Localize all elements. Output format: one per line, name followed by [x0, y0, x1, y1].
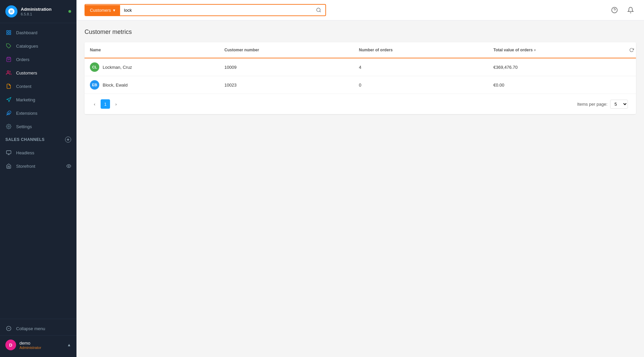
grid-icon: [5, 29, 12, 36]
collapse-menu-button[interactable]: Collapse menu: [0, 322, 76, 335]
topbar-right: [609, 5, 636, 15]
search-submit-button[interactable]: [312, 5, 325, 15]
sidebar-item-label: Extensions: [16, 111, 38, 116]
search-input[interactable]: [120, 5, 312, 15]
sales-channels-label: Sales Channels: [5, 137, 45, 142]
sidebar-item-label: Catalogues: [16, 44, 38, 49]
table-body: CL Lockman, Cruz 10009 4 €369,476.70 EB …: [85, 58, 636, 94]
svg-line-17: [320, 11, 321, 12]
sidebar-item-label: Customers: [16, 70, 37, 75]
sidebar-item-headless[interactable]: Headless: [0, 146, 76, 159]
items-per-page: Items per page: 5 10 25 50: [577, 100, 628, 109]
storefront-visibility-icon: [66, 164, 71, 168]
sidebar-item-catalogues[interactable]: Catalogues: [0, 39, 76, 53]
customer-avatar: CL: [90, 62, 99, 72]
page-content: Customer metrics Name Customer number Nu…: [76, 20, 644, 357]
online-indicator: [68, 10, 71, 13]
app-version: 6.5.8.1: [21, 12, 52, 16]
help-button[interactable]: [609, 5, 620, 15]
sidebar-header: Administration 6.5.8.1: [0, 0, 76, 23]
td-number-of-orders: 4: [354, 58, 488, 76]
user-avatar: D: [5, 340, 16, 350]
td-customer-number: 10009: [219, 58, 354, 76]
sidebar-item-label: Headless: [16, 150, 34, 155]
search-category-label: Customers: [90, 8, 111, 13]
file-icon: [5, 83, 12, 90]
search-category-button[interactable]: Customers ▾: [85, 5, 120, 15]
svg-rect-0: [7, 31, 8, 32]
sidebar-item-orders[interactable]: Orders: [0, 53, 76, 66]
sidebar-bottom: Collapse menu D demo Administrator ▲: [0, 319, 76, 357]
sidebar-item-dashboard[interactable]: Dashboard: [0, 26, 76, 39]
sales-channels-section: Sales Channels +: [0, 133, 76, 146]
sidebar-item-label: Storefront: [16, 164, 35, 169]
page-title: Customer metrics: [85, 29, 636, 36]
customers-table: Name Customer number Number of orders To…: [85, 42, 636, 114]
table-row[interactable]: CL Lockman, Cruz 10009 4 €369,476.70: [85, 58, 636, 76]
td-row-action: [623, 76, 636, 94]
sidebar-nav: Dashboard Catalogues Orders Customers Co…: [0, 23, 76, 319]
headless-icon: [5, 149, 12, 156]
search-container: Customers ▾: [85, 4, 326, 16]
sidebar-item-label: Settings: [16, 124, 32, 129]
sidebar-item-label: Content: [16, 84, 32, 89]
refresh-button[interactable]: [628, 46, 635, 54]
app-logo: [5, 5, 17, 17]
collapse-icon: [5, 325, 12, 332]
shopping-bag-icon: [5, 56, 12, 63]
svg-point-13: [68, 165, 69, 167]
sidebar-item-settings[interactable]: Settings: [0, 120, 76, 133]
page-1-button[interactable]: 1: [101, 99, 110, 109]
user-section[interactable]: D demo Administrator ▲: [0, 335, 76, 354]
td-total-value: €369,476.70: [488, 58, 623, 76]
svg-point-6: [7, 71, 9, 72]
collapse-label: Collapse menu: [16, 326, 45, 331]
svg-point-9: [8, 126, 9, 127]
table-header: Name Customer number Number of orders To…: [85, 42, 636, 58]
prev-page-button[interactable]: ‹: [90, 99, 99, 109]
col-number-of-orders: Number of orders: [354, 42, 488, 58]
app-name: Administration: [21, 7, 52, 12]
add-sales-channel-button[interactable]: +: [65, 137, 71, 143]
user-chevron-icon: ▲: [67, 343, 71, 347]
per-page-select[interactable]: 5 10 25 50: [610, 100, 628, 109]
refresh-icon: [629, 48, 634, 52]
search-icon: [316, 7, 321, 13]
user-role: Administrator: [19, 346, 41, 350]
pagination: ‹ 1 › Items per page: 5 10 25 50: [85, 94, 636, 114]
td-row-action: [623, 58, 636, 76]
sidebar-item-storefront[interactable]: Storefront: [0, 159, 76, 173]
sidebar-item-label: Marketing: [16, 97, 35, 102]
help-icon: [611, 7, 618, 13]
sidebar: Administration 6.5.8.1 Dashboard Catalog…: [0, 0, 76, 357]
customer-avatar: EB: [90, 80, 99, 90]
megaphone-icon: [5, 96, 12, 103]
users-icon: [5, 69, 12, 76]
sidebar-item-label: Orders: [16, 57, 30, 62]
sidebar-item-customers[interactable]: Customers: [0, 66, 76, 80]
td-name: EB Block, Ewald: [85, 76, 219, 94]
puzzle-icon: [5, 110, 12, 116]
svg-rect-3: [7, 33, 8, 35]
sidebar-item-extensions[interactable]: Extensions: [0, 106, 76, 120]
col-actions: [623, 42, 636, 58]
tag-icon: [5, 43, 12, 49]
sidebar-item-marketing[interactable]: Marketing: [0, 93, 76, 106]
notifications-button[interactable]: [625, 5, 636, 15]
sidebar-item-label: Dashboard: [16, 30, 38, 35]
bell-icon: [627, 7, 634, 13]
svg-rect-1: [9, 31, 11, 32]
td-name: CL Lockman, Cruz: [85, 58, 219, 76]
sidebar-item-content[interactable]: Content: [0, 80, 76, 93]
td-number-of-orders: 0: [354, 76, 488, 94]
topbar: Customers ▾: [76, 0, 644, 20]
search-category-chevron-icon: ▾: [113, 8, 115, 13]
user-name: demo: [19, 341, 41, 346]
col-total-value[interactable]: Total value of orders ▾: [488, 42, 623, 58]
table-row[interactable]: EB Block, Ewald 10023 0 €0.00: [85, 76, 636, 94]
next-page-button[interactable]: ›: [111, 99, 121, 109]
gear-icon: [5, 123, 12, 130]
main-content: Customers ▾: [76, 0, 644, 357]
td-customer-number: 10023: [219, 76, 354, 94]
td-total-value: €0.00: [488, 76, 623, 94]
